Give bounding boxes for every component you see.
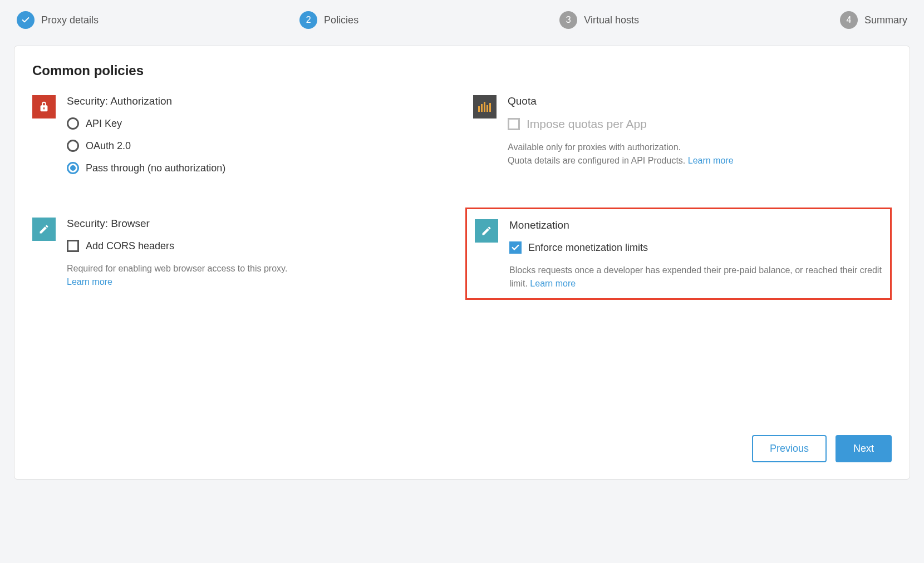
learn-more-link[interactable]: Learn more xyxy=(530,279,576,288)
step-proxy-details[interactable]: Proxy details xyxy=(17,11,99,29)
svg-rect-3 xyxy=(486,105,488,112)
checkbox-icon xyxy=(509,241,522,254)
radio-label: Pass through (no authorization) xyxy=(86,162,225,174)
checkbox-label: Add CORS headers xyxy=(86,240,174,252)
step-label: Proxy details xyxy=(41,14,99,26)
policy-security-browser: Security: Browser Add CORS headers Requi… xyxy=(32,218,451,300)
step-number-icon: 4 xyxy=(840,11,858,29)
radio-label: OAuth 2.0 xyxy=(86,140,131,152)
radio-label: API Key xyxy=(86,118,122,130)
policy-heading: Security: Browser xyxy=(67,218,451,230)
policies-panel: Common policies Security: Authorization … xyxy=(14,46,910,480)
svg-rect-1 xyxy=(481,104,483,112)
next-button[interactable]: Next xyxy=(835,435,892,462)
learn-more-link[interactable]: Learn more xyxy=(688,156,734,165)
bar-chart-icon xyxy=(473,95,497,118)
step-label: Virtual hosts xyxy=(584,14,639,26)
step-virtual-hosts[interactable]: 3 Virtual hosts xyxy=(559,11,639,29)
policy-description: Blocks requests once a developer has exp… xyxy=(509,264,882,290)
wizard-actions: Previous Next xyxy=(32,435,892,462)
check-icon xyxy=(17,11,35,29)
previous-button[interactable]: Previous xyxy=(752,435,827,462)
radio-pass-through[interactable]: Pass through (no authorization) xyxy=(67,162,451,174)
pencil-icon xyxy=(475,219,498,243)
checkbox-add-cors[interactable]: Add CORS headers xyxy=(67,240,451,252)
radio-oauth[interactable]: OAuth 2.0 xyxy=(67,140,451,152)
checkbox-label: Impose quotas per App xyxy=(527,117,647,131)
step-number-icon: 3 xyxy=(559,11,577,29)
radio-api-key[interactable]: API Key xyxy=(67,117,451,130)
checkbox-icon xyxy=(508,118,520,130)
lock-icon xyxy=(32,95,56,118)
policy-security-authorization: Security: Authorization API Key OAuth 2.… xyxy=(32,95,451,184)
radio-icon xyxy=(67,117,79,130)
checkbox-icon xyxy=(67,240,79,252)
pencil-icon xyxy=(32,218,56,241)
checkbox-enforce-monetization[interactable]: Enforce monetization limits xyxy=(509,241,882,254)
checkbox-label: Enforce monetization limits xyxy=(528,242,648,254)
step-number-icon: 2 xyxy=(299,11,317,29)
wizard-stepper: Proxy details 2 Policies 3 Virtual hosts… xyxy=(0,0,924,46)
policy-description: Required for enabling web browser access… xyxy=(67,262,451,289)
learn-more-link[interactable]: Learn more xyxy=(67,277,112,287)
step-label: Summary xyxy=(864,14,907,26)
svg-rect-0 xyxy=(478,106,480,112)
radio-icon xyxy=(67,162,79,174)
policy-monetization: Monetization Enforce monetization limits… xyxy=(475,219,882,290)
policy-heading: Security: Authorization xyxy=(67,95,451,107)
monetization-highlight: Monetization Enforce monetization limits… xyxy=(465,208,892,300)
policy-heading: Quota xyxy=(508,95,892,107)
step-summary[interactable]: 4 Summary xyxy=(840,11,907,29)
radio-icon xyxy=(67,140,79,152)
svg-rect-4 xyxy=(489,103,491,112)
policy-quota: Quota Impose quotas per App Available on… xyxy=(473,95,892,184)
checkbox-impose-quotas: Impose quotas per App xyxy=(508,117,892,131)
step-policies[interactable]: 2 Policies xyxy=(299,11,358,29)
svg-rect-2 xyxy=(484,102,485,112)
step-label: Policies xyxy=(324,14,358,26)
policy-heading: Monetization xyxy=(509,219,882,231)
policy-description: Available only for proxies with authoriz… xyxy=(508,141,892,167)
panel-title: Common policies xyxy=(32,63,892,78)
